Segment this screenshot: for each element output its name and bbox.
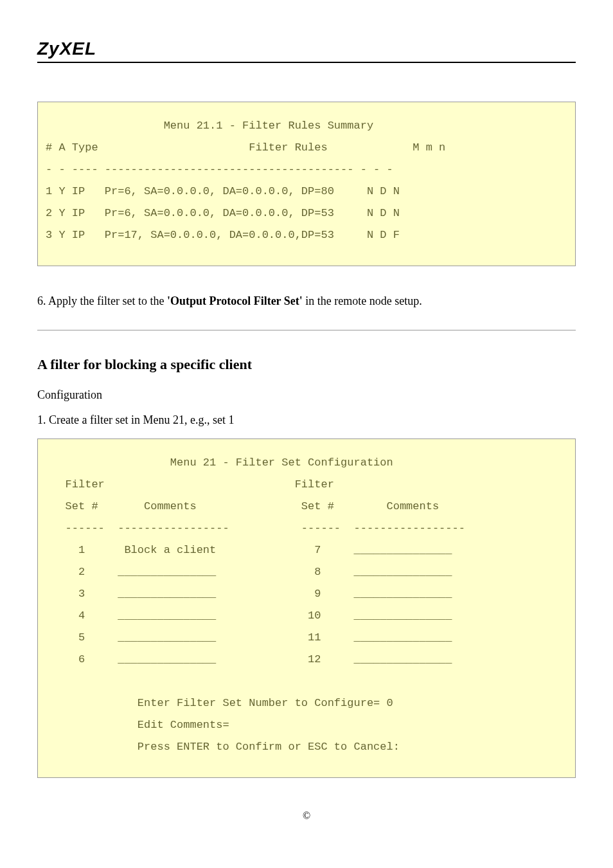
section-divider — [37, 330, 576, 330]
step-6-pre: 6. Apply the filter set to the — [37, 294, 167, 307]
step-6-post: in the remote node setup. — [303, 294, 422, 307]
box2-prompt-1: Enter Filter Set Number to Configure= 0 — [46, 697, 393, 709]
header-rule — [37, 62, 576, 63]
box2-row-6: 6 _______________ 12 _______________ — [46, 653, 452, 665]
step-6-bold: 'Output Protocol Filter Set' — [167, 294, 303, 307]
box2-prompt-2: Edit Comments= — [46, 719, 229, 731]
filter-set-configuration-box: Menu 21 - Filter Set Configuration Filte… — [37, 439, 576, 778]
box2-row-3: 3 _______________ 9 _______________ — [46, 588, 452, 600]
box2-row-4: 4 _______________ 10 _______________ — [46, 610, 452, 622]
box1-row-1: 1 Y IP Pr=6, SA=0.0.0.0, DA=0.0.0.0, DP=… — [46, 185, 400, 197]
logo: ZyXEL — [37, 39, 576, 59]
box1-title: Menu 21.1 - Filter Rules Summary — [46, 120, 373, 132]
box2-sep: ------ ----------------- ------ --------… — [46, 522, 465, 534]
step-6-text: 6. Apply the filter set to the 'Output P… — [37, 292, 576, 311]
box2-title: Menu 21 - Filter Set Configuration — [46, 457, 393, 469]
box2-prompt-3: Press ENTER to Confirm or ESC to Cancel: — [46, 741, 400, 753]
box2-hdr2: Set # Comments Set # Comments — [46, 500, 439, 512]
filter-rules-summary-box: Menu 21.1 - Filter Rules Summary # A Typ… — [37, 102, 576, 266]
box2-hdr1: Filter Filter — [46, 478, 334, 491]
box1-row-3: 3 Y IP Pr=17, SA=0.0.0.0, DA=0.0.0.0,DP=… — [46, 229, 400, 241]
page: ZyXEL Menu 21.1 - Filter Rules Summary #… — [0, 0, 613, 847]
box2-row-2: 2 _______________ 8 _______________ — [46, 566, 452, 578]
section-heading: A filter for blocking a specific client — [37, 356, 576, 373]
box1-header: # A Type Filter Rules M m n — [46, 141, 445, 154]
box1-sep: - - ---- -------------------------------… — [46, 163, 393, 176]
step-1-text: 1. Create a filter set in Menu 21, e.g.,… — [37, 413, 576, 427]
box2-row-5: 5 _______________ 11 _______________ — [46, 631, 452, 644]
box2-row-1: 1 Block a client 7 _______________ — [46, 544, 452, 556]
box1-row-2: 2 Y IP Pr=6, SA=0.0.0.0, DA=0.0.0.0, DP=… — [46, 207, 400, 219]
footer-copyright: © — [37, 810, 576, 822]
configuration-label: Configuration — [37, 388, 576, 402]
